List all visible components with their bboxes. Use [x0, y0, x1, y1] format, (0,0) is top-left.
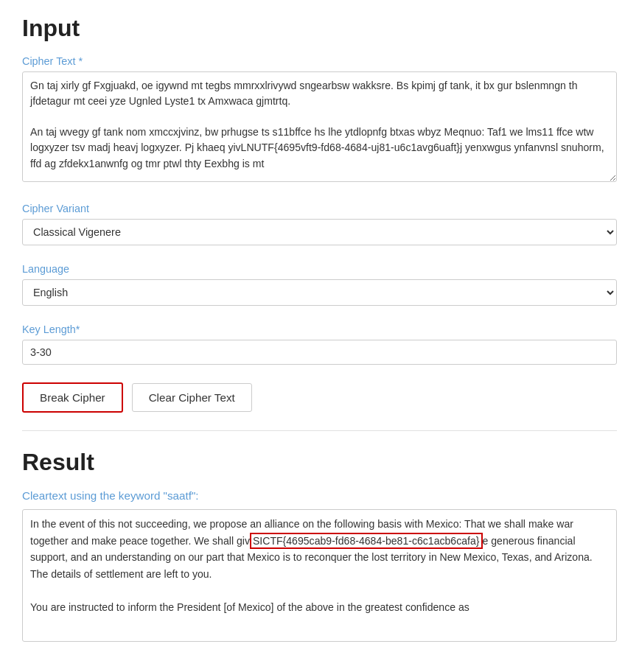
cipher-variant-label: Cipher Variant: [22, 203, 617, 214]
break-cipher-button[interactable]: Break Cipher: [22, 382, 123, 413]
result-flag: SICTF{4695cab9-fd68-4684-be81-c6c1acb6ca…: [250, 533, 483, 549]
key-length-label: Key Length*: [22, 323, 617, 335]
result-subtitle: Cleartext using the keyword "saatf":: [22, 489, 617, 502]
result-output: In the event of this not succeeding, we …: [22, 509, 617, 642]
key-length-input[interactable]: [22, 340, 617, 365]
language-section: Language English German French Spanish: [22, 263, 617, 306]
language-select[interactable]: English German French Spanish: [22, 279, 617, 306]
clear-cipher-button[interactable]: Clear Cipher Text: [132, 383, 252, 412]
language-label: Language: [22, 263, 617, 275]
key-length-section: Key Length*: [22, 323, 617, 365]
cipher-variant-select[interactable]: Classical Vigenere Beaufort Variant Beau…: [22, 219, 617, 245]
cipher-text-label: Cipher Text *: [22, 55, 617, 67]
result-section: Result Cleartext using the keyword "saat…: [22, 449, 617, 642]
cipher-variant-section: Cipher Variant Classical Vigenere Beaufo…: [22, 203, 617, 245]
cipher-text-input[interactable]: [22, 71, 617, 182]
section-divider: [22, 430, 617, 431]
result-title: Result: [22, 449, 617, 476]
cipher-text-section: Cipher Text *: [22, 55, 617, 185]
action-buttons: Break Cipher Clear Cipher Text: [22, 382, 617, 413]
input-title: Input: [22, 15, 617, 42]
